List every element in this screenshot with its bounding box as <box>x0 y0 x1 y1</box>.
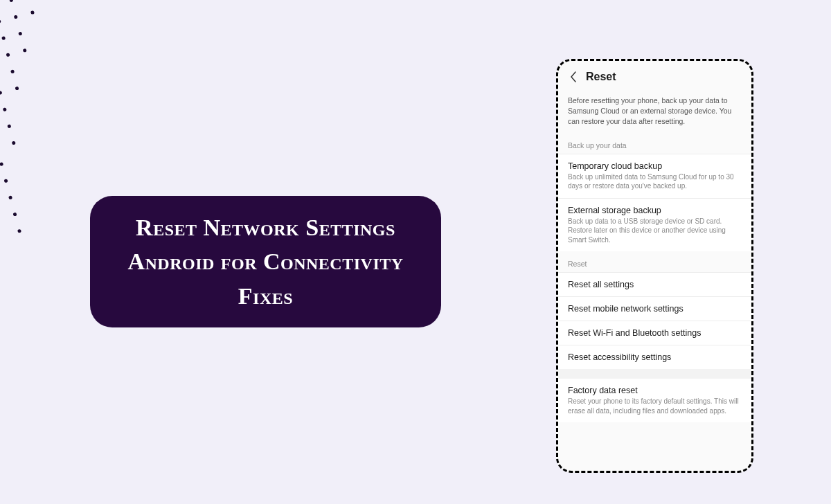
svg-point-27 <box>7 124 11 128</box>
svg-point-29 <box>12 141 16 145</box>
item-desc: Reset your phone to its factory default … <box>568 397 742 415</box>
svg-point-22 <box>0 91 2 95</box>
svg-point-30 <box>0 162 3 166</box>
item-reset-wifi-bluetooth[interactable]: Reset Wi-Fi and Bluetooth settings <box>558 321 751 345</box>
item-title: External storage backup <box>568 206 742 215</box>
svg-point-8 <box>14 15 18 19</box>
svg-point-9 <box>30 10 35 15</box>
item-title: Reset mobile network settings <box>568 304 742 314</box>
section-label-reset: Reset <box>558 251 751 272</box>
header-row: Reset <box>558 71 751 91</box>
item-title: Factory data reset <box>568 386 742 395</box>
item-title: Temporary cloud backup <box>568 161 742 171</box>
item-desc: Back up data to a USB storage device or … <box>568 217 742 245</box>
section-label-backup: Back up your data <box>558 137 751 154</box>
svg-point-31 <box>4 179 8 183</box>
svg-point-16 <box>6 53 10 57</box>
spacer <box>558 369 751 379</box>
factory-group: Factory data reset Reset your phone to i… <box>558 379 751 422</box>
svg-point-25 <box>3 107 7 111</box>
svg-point-23 <box>15 87 19 91</box>
svg-point-33 <box>12 212 17 216</box>
phone-content: Reset Before resetting your phone, back … <box>558 61 751 471</box>
item-desc: Back up unlimited data to Samsung Cloud … <box>568 172 742 191</box>
svg-point-13 <box>18 32 22 36</box>
item-reset-accessibility[interactable]: Reset accessibility settings <box>558 345 751 369</box>
back-icon[interactable] <box>568 71 579 82</box>
reset-group: Reset all settings Reset mobile network … <box>558 272 751 369</box>
svg-point-3 <box>9 0 13 2</box>
page-title: Reset <box>586 71 616 83</box>
svg-point-34 <box>17 229 21 233</box>
item-reset-mobile-network[interactable]: Reset mobile network settings <box>558 296 751 321</box>
item-title: Reset all settings <box>568 280 742 289</box>
item-factory-data-reset[interactable]: Factory data reset Reset your phone to i… <box>558 379 751 422</box>
intro-text: Before resetting your phone, back up you… <box>558 91 751 137</box>
item-temporary-cloud-backup[interactable]: Temporary cloud backup Back up unlimited… <box>558 154 751 198</box>
title-text: Reset Network Settings Android for Conne… <box>118 210 413 313</box>
svg-point-7 <box>0 19 1 24</box>
item-title: Reset Wi-Fi and Bluetooth settings <box>568 328 742 338</box>
svg-point-32 <box>8 195 12 199</box>
phone-frame: Reset Before resetting your phone, back … <box>556 59 753 473</box>
svg-point-20 <box>10 69 15 73</box>
svg-point-12 <box>1 36 6 40</box>
svg-point-17 <box>23 48 27 53</box>
backup-group: Temporary cloud backup Back up unlimited… <box>558 154 751 252</box>
item-external-storage-backup[interactable]: External storage backup Back up data to … <box>558 198 751 252</box>
item-reset-all-settings[interactable]: Reset all settings <box>558 272 751 296</box>
item-title: Reset accessibility settings <box>568 352 742 362</box>
title-card: Reset Network Settings Android for Conne… <box>90 196 441 327</box>
